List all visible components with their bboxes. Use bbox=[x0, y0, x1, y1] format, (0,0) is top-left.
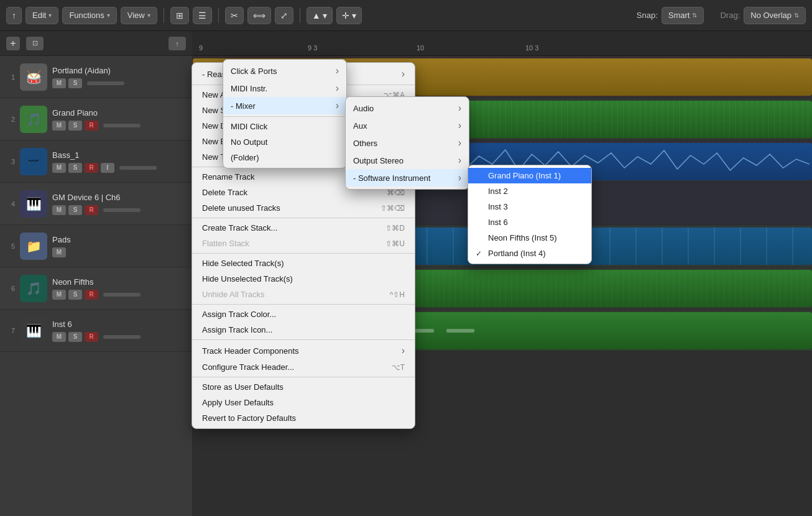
hide-selected-label: Hide Selected Track(s) bbox=[202, 259, 405, 268]
track-name-2: Grand Piano bbox=[52, 108, 187, 117]
input-btn-3[interactable]: I bbox=[101, 163, 114, 173]
mute-btn-2[interactable]: M bbox=[52, 121, 66, 131]
track-row-5[interactable]: 5 📁 Pads M bbox=[0, 225, 192, 267]
others-item[interactable]: Others bbox=[346, 134, 469, 152]
inst2-item[interactable]: Inst 2 bbox=[468, 183, 591, 199]
track-row-6[interactable]: 6 🎵 Neon Fifths M S R bbox=[0, 267, 192, 310]
track-controls-7: M S R bbox=[52, 332, 187, 342]
track-row-1[interactable]: 1 🥁 Portland (Aidan) M S bbox=[0, 56, 192, 98]
mute-btn-3[interactable]: M bbox=[52, 163, 66, 173]
configure-track-header-item[interactable]: Configure Track Header... ⌥T bbox=[192, 359, 415, 375]
store-defaults-item[interactable]: Store as User Defaults bbox=[192, 379, 415, 395]
mute-btn-1[interactable]: M bbox=[52, 78, 66, 88]
track-list: + ⊡ ↑ 1 🥁 Portland (Aidan) M S 2 bbox=[0, 31, 193, 516]
add-track-button[interactable]: + bbox=[6, 37, 20, 50]
cursor-btn[interactable]: ▲ ▾ bbox=[307, 7, 333, 24]
track-row-7[interactable]: 7 🎹 Inst 6 M S R bbox=[0, 310, 192, 352]
tool3-btn[interactable]: ⤢ bbox=[275, 7, 293, 24]
view-menu[interactable]: View ▾ bbox=[121, 7, 157, 24]
volume-1[interactable] bbox=[87, 81, 124, 85]
software-instrument-submenu: Grand Piano (Inst 1) Inst 2 Inst 3 Inst … bbox=[468, 165, 592, 264]
mute-btn-6[interactable]: M bbox=[52, 290, 66, 300]
delete-unused-label: Delete unused Tracks bbox=[202, 203, 368, 213]
volume-3[interactable] bbox=[119, 166, 157, 170]
solo-btn-2[interactable]: S bbox=[68, 121, 82, 131]
list-view-btn[interactable]: ☰ bbox=[193, 7, 212, 24]
snap-selector[interactable]: Smart ⇅ bbox=[662, 7, 704, 24]
volume-2[interactable] bbox=[103, 124, 141, 127]
rec-btn-4[interactable]: R bbox=[85, 205, 98, 215]
no-output-item[interactable]: No Output bbox=[223, 134, 346, 150]
inst6-item[interactable]: Inst 6 bbox=[468, 214, 591, 230]
edit-menu[interactable]: Edit ▾ bbox=[25, 7, 58, 24]
back-button[interactable]: ↑ bbox=[6, 7, 22, 24]
midi-click-item[interactable]: MIDI Click bbox=[223, 119, 346, 134]
reassign-submenu: Click & Ports MIDI Instr. - Mixer MIDI C… bbox=[223, 59, 347, 168]
track-row-2[interactable]: 2 🎵 Grand Piano M S R bbox=[0, 98, 192, 141]
track-name-4: GM Device 6 | Ch6 bbox=[52, 193, 187, 202]
audio-label: Audio bbox=[353, 104, 453, 113]
ruler: 9 9 3 10 10 3 bbox=[193, 31, 812, 56]
track-header-components-label: Track Header Components bbox=[202, 346, 397, 356]
mute-btn-7[interactable]: M bbox=[52, 332, 66, 342]
drag-selector[interactable]: No Overlap ⇅ bbox=[744, 7, 806, 24]
delete-unused-shortcut: ⇧⌘⌫ bbox=[381, 204, 405, 213]
sep-3 bbox=[192, 218, 415, 218]
snap-value: Smart bbox=[668, 11, 690, 20]
rec-btn-3[interactable]: R bbox=[85, 163, 98, 173]
neon-fifths-label: Neon Fifths (Inst 5) bbox=[488, 233, 584, 242]
solo-btn-6[interactable]: S bbox=[68, 290, 82, 300]
aux-item[interactable]: Aux bbox=[346, 117, 469, 134]
add-btn[interactable]: ✛ ▾ bbox=[336, 7, 362, 24]
click-ports-item[interactable]: Click & Ports bbox=[223, 62, 346, 80]
snap-section: Snap: Smart ⇅ Drag: No Overlap ⇅ bbox=[637, 7, 806, 24]
track-header-components-item[interactable]: Track Header Components bbox=[192, 342, 415, 359]
midi-instr-label: MIDI Instr. bbox=[231, 84, 331, 93]
create-track-stack-item[interactable]: Create Track Stack... ⇧⌘D bbox=[192, 220, 415, 236]
volume-7[interactable] bbox=[103, 335, 141, 339]
assign-color-item[interactable]: Assign Track Color... bbox=[192, 306, 415, 322]
delete-unused-item[interactable]: Delete unused Tracks ⇧⌘⌫ bbox=[192, 200, 415, 216]
grid-view-btn[interactable]: ⊞ bbox=[170, 7, 189, 24]
tool1-btn[interactable]: ✂ bbox=[225, 7, 244, 24]
hide-selected-item[interactable]: Hide Selected Track(s) bbox=[192, 256, 415, 271]
mute-btn-5[interactable]: M bbox=[52, 247, 66, 257]
solo-btn-3[interactable]: S bbox=[68, 163, 82, 173]
revert-factory-item[interactable]: Revert to Factory Defaults bbox=[192, 410, 415, 426]
mixer-item[interactable]: - Mixer bbox=[223, 97, 346, 114]
portland-inst4-item[interactable]: ✓ Portland (Inst 4) bbox=[468, 246, 591, 261]
track-row-3[interactable]: 3 〰 Bass_1 M S R I bbox=[0, 141, 192, 183]
track-row-4[interactable]: 4 🎹 GM Device 6 | Ch6 M S R bbox=[0, 183, 192, 225]
create-track-stack-shortcut: ⇧⌘D bbox=[385, 224, 405, 233]
volume-6[interactable] bbox=[103, 293, 141, 297]
functions-menu[interactable]: Functions ▾ bbox=[62, 7, 116, 24]
apply-defaults-item[interactable]: Apply User Defaults bbox=[192, 395, 415, 410]
midi-instr-item[interactable]: MIDI Instr. bbox=[223, 80, 346, 97]
solo-btn-1[interactable]: S bbox=[68, 78, 82, 88]
rec-btn-7[interactable]: R bbox=[85, 332, 98, 342]
track-icon-3: 〰 bbox=[20, 148, 47, 175]
audio-item[interactable]: Audio bbox=[346, 99, 469, 117]
rec-btn-2[interactable]: R bbox=[85, 121, 98, 131]
inst3-item[interactable]: Inst 3 bbox=[468, 199, 591, 214]
tool2-btn[interactable]: ⟺ bbox=[247, 7, 271, 24]
others-label: Others bbox=[353, 139, 453, 148]
grand-piano-inst1-item[interactable]: Grand Piano (Inst 1) bbox=[468, 168, 591, 183]
volume-4[interactable] bbox=[103, 208, 141, 212]
software-instrument-item[interactable]: - Software Instrument bbox=[346, 169, 469, 187]
assign-icon-item[interactable]: Assign Track Icon... bbox=[192, 322, 415, 338]
neon-fifths-item[interactable]: Neon Fifths (Inst 5) bbox=[468, 230, 591, 246]
track-collapse-button[interactable]: ↑ bbox=[168, 37, 186, 50]
output-stereo-item[interactable]: Output Stereo bbox=[346, 152, 469, 169]
rec-btn-6[interactable]: R bbox=[85, 290, 98, 300]
folder-item[interactable]: (Folder) bbox=[223, 150, 346, 165]
hide-unselected-item[interactable]: Hide Unselected Track(s) bbox=[192, 271, 415, 287]
mute-btn-4[interactable]: M bbox=[52, 205, 66, 215]
ruler-mark-103: 10 3 bbox=[525, 44, 538, 52]
software-instrument-label: - Software Instrument bbox=[353, 173, 453, 183]
portland-check: ✓ bbox=[476, 249, 486, 258]
track-options-button[interactable]: ⊡ bbox=[26, 37, 44, 50]
solo-btn-4[interactable]: S bbox=[68, 205, 82, 215]
solo-btn-7[interactable]: S bbox=[68, 332, 82, 342]
store-defaults-label: Store as User Defaults bbox=[202, 382, 405, 392]
